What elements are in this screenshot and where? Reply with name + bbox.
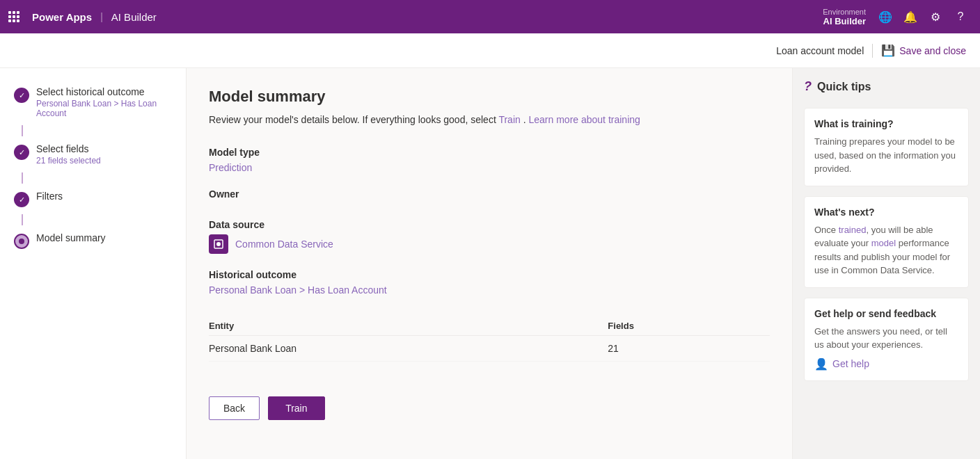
app-title: Power Apps <box>32 11 92 23</box>
tip-card-3-title: Get help or send feedback <box>814 308 958 319</box>
tip-card-3-text: Get the answers you need, or tell us abo… <box>814 325 958 352</box>
historical-outcome-section: Historical outcome Personal Bank Loan > … <box>209 269 770 296</box>
datasource-name[interactable]: Common Data Service <box>235 239 333 250</box>
product-title: AI Builder <box>111 11 157 23</box>
save-close-button[interactable]: 💾 Save and close <box>881 44 966 57</box>
get-help-icon: 👤 <box>814 357 828 371</box>
page-description: Review your model's details below. If ev… <box>209 113 770 127</box>
quick-tips-icon: ? <box>804 79 812 94</box>
tip-card-1-title: What is training? <box>814 118 958 129</box>
step-sub-2: 21 fields selected <box>36 156 101 166</box>
page-title: Model summary <box>209 88 770 106</box>
fields-cell: 21 <box>594 336 770 362</box>
environment-name: AI Builder <box>823 16 866 26</box>
right-panel: ? Quick tips What is training? Training … <box>792 68 980 459</box>
svg-point-1 <box>216 242 221 246</box>
checkmark-icon-2: ✓ <box>19 148 25 157</box>
step-label-2: Select fields <box>36 143 101 154</box>
sidebar-item-select-historical-outcome[interactable]: ✓ Select historical outcome Personal Ban… <box>0 79 186 125</box>
table-row: Personal Bank Loan21 <box>209 336 770 362</box>
topnav-right: Environment AI Builder 🌐 🔔 ⚙ ? <box>823 6 972 28</box>
sidebar: ✓ Select historical outcome Personal Ban… <box>0 68 187 459</box>
quick-tips-title: Quick tips <box>817 81 871 93</box>
model-name: Loan account model <box>776 45 864 56</box>
tip-card-1-text: Training prepares your model to be used,… <box>814 135 958 176</box>
nav-separator: | <box>100 11 103 22</box>
model-type-section: Model type Prediction <box>209 147 770 173</box>
sidebar-item-select-fields[interactable]: ✓ Select fields 21 fields selected <box>0 136 186 172</box>
checkmark-icon-3: ✓ <box>19 195 25 204</box>
datasource-section: Data source Common Data Service <box>209 219 770 254</box>
grid-menu-icon[interactable] <box>8 11 21 22</box>
step-text-4: Model summary <box>36 232 106 243</box>
model-type-label: Model type <box>209 147 770 158</box>
step-circle-1: ✓ <box>14 88 29 103</box>
step-circle-4 <box>14 234 29 249</box>
save-icon: 💾 <box>881 44 895 57</box>
back-button[interactable]: Back <box>209 396 260 420</box>
get-help-link[interactable]: Get help <box>832 358 869 369</box>
save-label: Save and close <box>899 45 966 56</box>
step-label-4: Model summary <box>36 232 106 243</box>
owner-label: Owner <box>209 188 770 200</box>
step-text-2: Select fields 21 fields selected <box>36 143 101 166</box>
train-link[interactable]: Train <box>498 114 520 125</box>
help-icon-btn[interactable]: ? <box>949 6 972 28</box>
datasource-row: Common Data Service <box>209 234 770 254</box>
trained-link: trained <box>839 225 867 235</box>
datasource-label: Data source <box>209 219 770 230</box>
model-type-value: Prediction <box>209 162 770 173</box>
button-row: Back Train <box>209 396 770 420</box>
environment-label: Environment <box>823 8 866 16</box>
step-circle-2: ✓ <box>14 145 29 160</box>
step-dot-4 <box>19 239 24 244</box>
step-label-3: Filters <box>36 191 63 202</box>
environment-icon-btn[interactable]: 🌐 <box>874 6 896 28</box>
model-link: model <box>871 238 896 248</box>
tip-card-whats-next: What's next? Once trained, you will be a… <box>804 196 969 288</box>
step-text-1: Select historical outcome Personal Bank … <box>36 86 172 118</box>
step-label-1: Select historical outcome <box>36 86 172 97</box>
tip-card-2-text: Once trained, you will be able evaluate … <box>814 223 958 277</box>
train-button[interactable]: Train <box>268 396 324 420</box>
connector-2 <box>22 172 23 184</box>
step-sub-1: Personal Bank Loan > Has Loan Account <box>36 99 172 118</box>
entity-table: Entity Fields Personal Bank Loan21 <box>209 316 770 362</box>
sidebar-item-filters[interactable]: ✓ Filters <box>0 184 186 214</box>
settings-icon-btn[interactable]: ⚙ <box>924 6 947 28</box>
owner-section: Owner <box>209 188 770 204</box>
step-text-3: Filters <box>36 191 63 202</box>
connector-1 <box>22 125 23 136</box>
entity-col-header: Entity <box>209 316 594 336</box>
quick-tips-header: ? Quick tips <box>804 79 969 94</box>
notification-icon-btn[interactable]: 🔔 <box>899 6 922 28</box>
checkmark-icon-1: ✓ <box>19 91 25 100</box>
connector-3 <box>22 214 23 225</box>
historical-outcome-label: Historical outcome <box>209 269 770 280</box>
sidebar-item-model-summary[interactable]: Model summary <box>0 225 186 256</box>
get-help-row[interactable]: 👤 Get help <box>814 357 958 371</box>
header-divider <box>872 44 873 58</box>
environment-block: Environment AI Builder <box>823 8 866 26</box>
header-bar: Loan account model 💾 Save and close <box>0 33 980 68</box>
content-area: Model summary Review your model's detail… <box>187 68 792 459</box>
tip-card-2-title: What's next? <box>814 207 958 218</box>
tip-card-get-help: Get help or send feedback Get the answer… <box>804 298 969 381</box>
topnav: Power Apps | AI Builder Environment AI B… <box>0 0 980 33</box>
fields-col-header: Fields <box>594 316 770 336</box>
entity-cell: Personal Bank Loan <box>209 336 594 362</box>
step-circle-3: ✓ <box>14 192 29 207</box>
historical-outcome-value: Personal Bank Loan > Has Loan Account <box>209 284 770 296</box>
tip-card-what-is-training: What is training? Training prepares your… <box>804 108 969 186</box>
entity-table-section: Entity Fields Personal Bank Loan21 <box>209 311 770 362</box>
main-layout: ✓ Select historical outcome Personal Ban… <box>0 68 980 459</box>
learn-more-link[interactable]: Learn more about training <box>528 114 640 125</box>
description-prefix: Review your model's details below. If ev… <box>209 114 498 125</box>
datasource-icon <box>209 234 228 254</box>
